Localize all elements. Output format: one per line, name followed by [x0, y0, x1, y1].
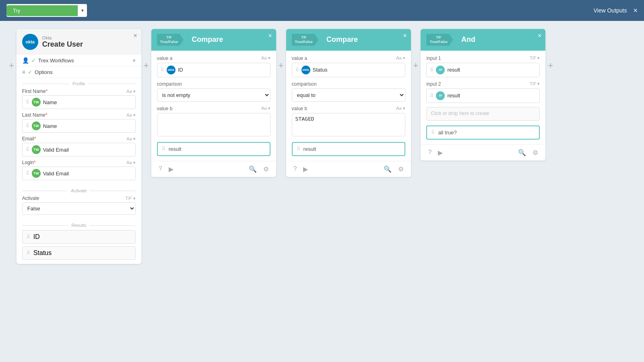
compare1-settings-button[interactable]: ⚙: [262, 165, 270, 174]
compare2-play-button[interactable]: ▶: [301, 165, 310, 174]
sliders-icon: ≡: [22, 69, 25, 75]
and-search-button[interactable]: 🔍: [516, 148, 528, 157]
compare1-title-group: Compare: [192, 35, 223, 44]
and-input1-type[interactable]: T/F ▾: [530, 56, 540, 61]
and-input2-pill[interactable]: ⠿ t/f result: [426, 88, 540, 103]
compare1-close-button[interactable]: ×: [268, 32, 272, 39]
compare2-settings-button[interactable]: ⚙: [396, 165, 405, 174]
check2-icon: ✓: [28, 69, 32, 75]
and-input1-label: input 1: [426, 56, 441, 61]
email-label: Email*: [22, 136, 36, 142]
view-outputs-link[interactable]: View Outputs: [593, 7, 627, 14]
compare2-close-button[interactable]: ×: [403, 32, 407, 39]
login-value: Valid Email: [43, 171, 69, 177]
topbar: Try ▾ View Outputs ×: [0, 0, 644, 21]
login-avatar: TW: [32, 169, 41, 178]
activate-section-label: Activate: [22, 188, 136, 193]
add-before-okta-button[interactable]: +: [6, 61, 17, 70]
compare1-help-button[interactable]: ?: [157, 165, 164, 173]
email-type[interactable]: Aa ▾: [126, 136, 136, 142]
and-settings-button[interactable]: ⚙: [531, 148, 540, 157]
drag-handle8-icon: ⠿: [162, 146, 165, 151]
and-drop-area[interactable]: Click or drop here to create: [426, 107, 540, 121]
drag-handle6-icon: ⠿: [27, 251, 30, 255]
compare1-body: value a Aa ▾ ⠿ okta ID comparison is not…: [151, 51, 276, 161]
compare2-badge-tf: T/F: [301, 35, 307, 40]
compare2-value-a-type[interactable]: Aa ▾: [396, 56, 405, 61]
compare1-value-a-label: value a: [157, 56, 173, 61]
compare1-value-a-type[interactable]: Aa ▾: [261, 56, 270, 61]
drag-handle5-icon: ⠿: [27, 234, 30, 239]
and-input2-text: result: [447, 93, 460, 99]
compare1-value-b-textarea[interactable]: [157, 113, 270, 136]
last-name-avatar: TW: [32, 121, 41, 130]
email-pill[interactable]: ⠿ TW Valid Email: [22, 143, 136, 156]
compare2-result-text: result: [303, 146, 316, 152]
last-name-field: Last Name* Aa ▾ ⠿ TW Name: [22, 112, 136, 133]
try-button[interactable]: Try: [6, 5, 78, 16]
compare2-value-b-label: value b: [292, 106, 308, 111]
add-after-compare2-button[interactable]: +: [411, 61, 421, 70]
and-result-output: ⠿ all true?: [426, 125, 540, 140]
and-close-button[interactable]: ×: [538, 32, 541, 39]
topbar-close-button[interactable]: ×: [633, 6, 638, 15]
add-after-and-button[interactable]: +: [545, 61, 555, 70]
results-section-label: Results: [22, 223, 136, 228]
drag-handle11-icon: ⠿: [430, 68, 433, 72]
try-dropdown[interactable]: ▾: [78, 4, 87, 17]
trex-workflows-row[interactable]: 👤 ✓ Trex Workflows ▾: [17, 55, 141, 66]
compare1-tf-badge: T/F True/False: [157, 34, 184, 46]
compare2-comparison-select[interactable]: is not empty is empty equal to not equal…: [292, 88, 405, 102]
drag-handle7-icon: ⠿: [161, 68, 164, 72]
compare2-value-a-text: Status: [313, 67, 328, 73]
activate-type[interactable]: T/F ▾: [125, 196, 136, 201]
compare2-value-a-avatar: okta: [301, 66, 310, 74]
compare1-play-button[interactable]: ▶: [167, 165, 175, 174]
last-name-value: Name: [43, 123, 57, 129]
add-after-okta-button[interactable]: +: [141, 61, 151, 70]
compare1-value-a-input[interactable]: ⠿ okta ID: [157, 63, 270, 77]
last-name-type[interactable]: Aa ▾: [126, 113, 136, 118]
compare2-footer: ? ▶ 🔍 ⚙: [286, 161, 411, 177]
options-row[interactable]: ≡ ✓ Options: [17, 66, 141, 78]
compare2-search-button[interactable]: 🔍: [382, 165, 393, 174]
and-input1-pill[interactable]: ⠿ t/f result: [426, 63, 540, 77]
first-name-type[interactable]: Aa ▾: [126, 89, 136, 94]
and-input2-type[interactable]: T/F ▾: [530, 81, 540, 86]
last-name-pill[interactable]: ⠿ TW Name: [22, 119, 136, 133]
result-status-text: Status: [33, 249, 52, 257]
and-input1-field: input 1 T/F ▾ ⠿ t/f result: [426, 56, 540, 77]
and-play-button[interactable]: ▶: [436, 148, 444, 157]
compare2-help-button[interactable]: ?: [292, 165, 299, 173]
dropdown-arrow-icon: ▾: [133, 58, 136, 64]
login-type[interactable]: Aa ▾: [126, 160, 136, 165]
compare1-value-b-field: value b Aa ▾: [157, 106, 270, 138]
profile-section: Profile First Name* Aa ▾ ⠿ TW Name Last …: [17, 78, 141, 185]
first-name-avatar: TW: [32, 98, 41, 107]
try-button-wrapper: Try ▾: [6, 4, 87, 17]
and-card: T/F True/False And × input 1 T/F ▾ ⠿ t/f…: [421, 29, 545, 160]
last-name-label: Last Name*: [22, 112, 47, 118]
activate-select[interactable]: False True: [22, 202, 136, 215]
okta-title-group: Okta Create User: [42, 35, 83, 49]
first-name-value: Name: [43, 99, 57, 105]
and-badge-label: True/False: [429, 40, 448, 44]
result-id-text: ID: [33, 233, 40, 241]
compare1-value-b-type[interactable]: Aa ▾: [261, 106, 270, 111]
compare2-value-a-input[interactable]: ⠿ okta Status: [292, 63, 405, 77]
activate-section: Activate Activate T/F ▾ False True: [17, 185, 141, 220]
compare2-result-output: ⠿ result: [292, 142, 405, 156]
okta-card-close-button[interactable]: ×: [134, 32, 137, 39]
login-pill[interactable]: ⠿ TW Valid Email: [22, 167, 136, 180]
first-name-pill[interactable]: ⠿ TW Name: [22, 95, 136, 109]
and-help-button[interactable]: ?: [426, 148, 433, 157]
and-input2-avatar: t/f: [436, 91, 445, 100]
add-after-compare1-button[interactable]: +: [276, 61, 286, 70]
compare1-comparison-select[interactable]: is not empty is empty equal to not equal…: [157, 88, 270, 102]
compare2-value-b-type[interactable]: Aa ▾: [396, 106, 405, 111]
profile-section-label: Profile: [22, 81, 136, 86]
results-section: Results ⠿ ID ⠿ Status: [17, 220, 141, 264]
and-input1-text: result: [447, 67, 460, 73]
compare2-value-b-textarea[interactable]: STAGED: [292, 113, 405, 136]
compare1-search-button[interactable]: 🔍: [247, 165, 258, 174]
